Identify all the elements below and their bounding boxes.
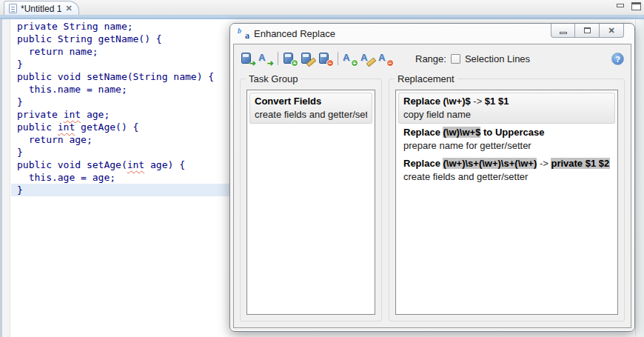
run-all-icon[interactable]: A➜ [258,52,273,65]
task-item-title: Convert Fields [255,95,367,108]
task-item-desc: create fields and getter/setter [255,108,367,121]
replace-app-icon: ba [238,28,249,40]
toolbar-separator [278,52,278,65]
minimize-button[interactable] [551,24,575,38]
misspelled-word: int [58,121,75,133]
tab-close-icon[interactable]: ✕ [65,4,72,13]
replacement-item[interactable]: Replace (\w+)\s+(\w+)\s+(\w+) -> private… [398,155,615,186]
tab-title: *Untitled 1 [21,4,61,14]
task-group-item[interactable]: Convert Fieldscreate fields and getter/s… [249,93,372,124]
misspelled-word: int [127,159,144,170]
selection-lines-checkbox[interactable] [451,54,460,64]
help-icon[interactable]: ? [611,53,624,65]
add-group-icon[interactable]: + [283,52,298,65]
range-label: Range: [415,53,446,64]
remove-group-icon[interactable]: − [318,52,333,65]
edit-group-icon[interactable] [301,52,315,65]
run-group-icon[interactable]: ➜ [241,52,255,65]
replacement-list[interactable]: Replace (\w+)$ -> $1 $1copy field nameRe… [395,90,618,315]
document-icon [9,4,17,13]
misspelled-word: int [64,109,81,120]
overview-ruler[interactable] [635,19,644,337]
selection-lines-label: Selection Lines [465,53,530,64]
add-replacement-icon[interactable]: A+ [343,52,358,65]
task-group-label: Task Group [246,73,301,84]
toolbar-separator [338,52,338,65]
dialog-content: ➜A➜+−A+AA− Range: Selection Lines ? Task… [233,44,631,328]
replacement-item-desc: prepare name for getter/setter [403,139,610,152]
replacement-item-desc: create fields and getter/setter [403,170,610,183]
replacement-item[interactable]: Replace (\w)\w+$ to Uppercaseprepare nam… [398,124,615,155]
close-button[interactable]: ✕ [600,24,624,38]
replacement-item-desc: copy field name [403,108,610,121]
replacement-item-title: Replace (\w+)\s+(\w+)\s+(\w+) -> private… [403,157,610,170]
replacement-item-title: Replace (\w+)$ -> $1 $1 [403,95,610,108]
editor-tab-bar: *Untitled 1 ✕ [0,0,644,15]
replacement-label: Replacement [395,73,457,84]
dialog-title: Enhanced Replace [254,28,335,39]
editor-gutter [0,19,10,337]
tab-untitled-1[interactable]: *Untitled 1 ✕ [4,1,79,16]
replacement-item-title: Replace (\w)\w+$ to Uppercase [403,126,610,139]
view-maximize-icon[interactable] [631,2,641,10]
replacement-item[interactable]: Replace (\w+)$ -> $1 $1copy field name [398,93,615,124]
view-minimize-icon[interactable] [616,2,625,10]
remove-replacement-icon[interactable]: A− [378,52,393,65]
dialog-toolbar: ➜A➜+−A+AA− Range: Selection Lines ? [234,44,631,73]
enhanced-replace-dialog: ba Enhanced Replace ✕ ➜A➜+−A+AA− Range: … [229,23,635,332]
edit-replacement-icon[interactable]: A [360,52,375,65]
restore-button[interactable] [575,24,600,38]
eclipse-window: *Untitled 1 ✕ private String name;public… [0,0,644,337]
replacement-box: Replacement Replace (\w+)$ -> $1 $1copy … [389,79,625,321]
task-group-box: Task Group Convert Fieldscreate fields a… [240,79,382,321]
task-group-list[interactable]: Convert Fieldscreate fields and getter/s… [246,90,375,315]
